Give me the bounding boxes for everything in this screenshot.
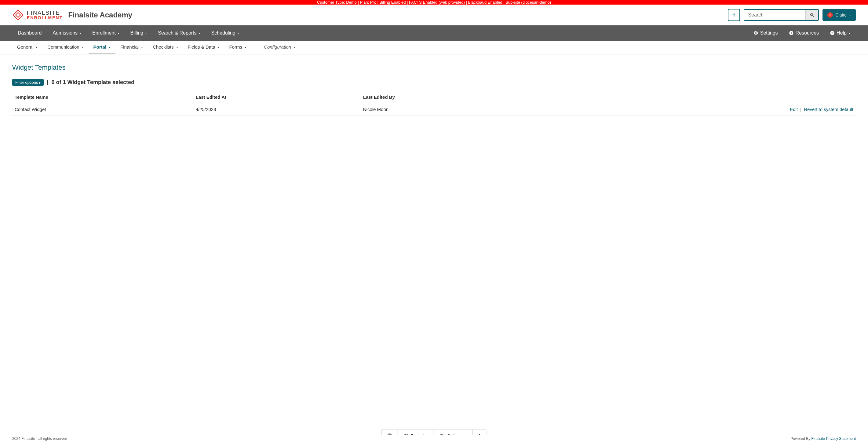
svg-rect-1 (16, 12, 21, 18)
chevron-down-icon (198, 30, 200, 36)
plus-icon: + (733, 11, 736, 19)
chevron-down-icon (36, 44, 37, 50)
chevron-down-icon (80, 30, 81, 36)
chevron-down-icon (141, 44, 143, 50)
nav-scheduling[interactable]: Scheduling (206, 25, 245, 41)
svg-rect-0 (13, 10, 23, 20)
subnav-checklists[interactable]: Checklists (148, 41, 183, 54)
subnav-label: Communication (47, 44, 79, 50)
question-icon: ? (830, 31, 835, 35)
nav-label: Admissions (53, 30, 78, 36)
subnav-label: Checklists (153, 44, 174, 50)
chevron-right-icon (39, 80, 41, 85)
svg-text:i: i (791, 31, 792, 34)
user-name: Claire (835, 12, 847, 18)
filter-options-button[interactable]: Filter options (12, 79, 44, 86)
search-icon (810, 12, 814, 18)
subnav-configuration[interactable]: Configuration (259, 41, 300, 54)
notification-badge: 3 (827, 12, 833, 18)
nav-label: Help (837, 30, 847, 36)
nav-settings[interactable]: Settings (748, 25, 783, 41)
col-last-edited-by[interactable]: Last Edited By (361, 91, 533, 103)
logo[interactable]: FINALSITE ENROLLMENT (12, 9, 63, 21)
divider (255, 44, 255, 51)
content: Widget Templates Filter options | 0 of 1… (0, 54, 868, 140)
subnav-label: Financial (120, 44, 139, 50)
header: FINALSITE ENROLLMENT Finalsite Academy +… (0, 5, 868, 25)
user-menu[interactable]: 3 Claire (823, 9, 856, 21)
table-row[interactable]: Contact Widget 4/25/2023 Nicole Moon Edi… (12, 103, 856, 116)
chevron-down-icon (218, 44, 220, 50)
logo-line1: FINALSITE (27, 10, 63, 16)
cell-edited-at: 4/25/2023 (193, 103, 361, 116)
chevron-down-icon (82, 44, 84, 50)
nav-billing[interactable]: Billing (125, 25, 153, 41)
chevron-down-icon (849, 12, 851, 18)
revert-link[interactable]: Revert to system default (804, 107, 853, 112)
subnav-label: General (17, 44, 33, 50)
chevron-down-icon (293, 44, 295, 50)
subnav-label: Portal (93, 44, 106, 50)
nav-resources[interactable]: i Resources (783, 25, 824, 41)
nav-search-reports[interactable]: Search & Reports (152, 25, 206, 41)
nav-label: Dashboard (18, 30, 41, 36)
logo-text: FINALSITE ENROLLMENT (27, 10, 63, 20)
separator: | (47, 79, 48, 86)
main-nav: Dashboard Admissions Enrollment Billing … (0, 25, 868, 41)
nav-help[interactable]: ? Help (824, 25, 856, 41)
subnav-communication[interactable]: Communication (42, 41, 88, 54)
search-form (744, 9, 819, 21)
sub-nav: General Communication Portal Financial C… (0, 41, 868, 54)
chevron-down-icon (176, 44, 178, 50)
page-title: Widget Templates (12, 64, 856, 71)
add-button[interactable]: + (728, 9, 740, 21)
subnav-financial[interactable]: Financial (116, 41, 148, 54)
cell-actions: Edit | Revert to system default (533, 103, 856, 116)
toolbar: Filter options | 0 of 1 Widget Template … (12, 79, 856, 86)
nav-label: Billing (130, 30, 144, 36)
cell-edited-by: Nicole Moon (361, 103, 533, 116)
nav-admissions[interactable]: Admissions (47, 25, 87, 41)
subnav-label: Forms (229, 44, 243, 50)
nav-label: Settings (760, 30, 778, 36)
search-button[interactable] (805, 10, 818, 20)
separator: | (800, 107, 801, 112)
subnav-portal[interactable]: Portal (89, 41, 116, 54)
subnav-label: Fields & Data (188, 44, 215, 50)
search-input[interactable] (744, 10, 805, 20)
subnav-forms[interactable]: Forms (224, 41, 252, 54)
templates-table: Template Name Last Edited At Last Edited… (12, 91, 856, 116)
chevron-down-icon (118, 30, 119, 36)
nav-label: Search & Reports (158, 30, 196, 36)
filter-label: Filter options (15, 80, 38, 85)
chevron-down-icon (245, 44, 246, 50)
nav-label: Scheduling (211, 30, 236, 36)
chevron-down-icon (848, 30, 850, 36)
svg-text:?: ? (831, 31, 833, 34)
site-title: Finalsite Academy (68, 11, 132, 19)
col-template-name[interactable]: Template Name (12, 91, 193, 103)
subnav-label: Configuration (264, 44, 291, 50)
subnav-fields-data[interactable]: Fields & Data (183, 41, 224, 54)
subnav-general[interactable]: General (12, 41, 42, 54)
nav-label: Resources (796, 30, 819, 36)
info-icon: i (789, 31, 794, 35)
col-actions (533, 91, 856, 103)
chevron-down-icon (145, 30, 147, 36)
cell-template-name: Contact Widget (12, 103, 193, 116)
customer-type-banner: Customer Type: Demo | Plan: Pro | Billin… (0, 0, 868, 5)
gear-icon (753, 31, 758, 35)
finalsite-logo-icon (12, 9, 24, 21)
nav-label: Enrollment (92, 30, 116, 36)
nav-enrollment[interactable]: Enrollment (87, 25, 125, 41)
col-last-edited-at[interactable]: Last Edited At (193, 91, 361, 103)
chevron-down-icon (109, 44, 111, 50)
logo-line2: ENROLLMENT (27, 16, 63, 20)
nav-dashboard[interactable]: Dashboard (12, 25, 47, 41)
selection-count: 0 of 1 Widget Template selected (51, 79, 134, 86)
chevron-down-icon (237, 30, 239, 36)
edit-link[interactable]: Edit (790, 107, 798, 112)
